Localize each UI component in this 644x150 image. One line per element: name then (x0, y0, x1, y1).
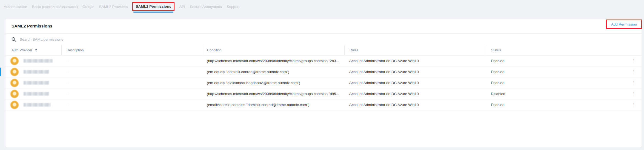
active-tab-underline (133, 12, 173, 13)
condition-cell: (em equals "dominik.conrad@frame.nutanix… (202, 66, 344, 77)
tab-support[interactable]: Support (227, 5, 239, 9)
sort-desc-icon (35, 51, 37, 52)
column-header-actions (626, 45, 642, 55)
auth-provider-name-redacted (24, 59, 53, 63)
auth-provider-icon (10, 90, 19, 98)
description-cell: -- (61, 99, 202, 110)
condition-cell: (http://schemas.microsoft.com/ws/2008/06… (202, 88, 344, 99)
row-actions-cell: ⋮ (626, 77, 642, 88)
roles-cell: Account Administrator on DC Azure Win10 (344, 66, 486, 77)
panel-header: SAML2 Permissions Add Permission (5, 19, 642, 34)
search-bar (5, 34, 642, 45)
column-header-condition[interactable]: Condition (202, 45, 344, 55)
kebab-menu-icon[interactable]: ⋮ (632, 59, 636, 63)
roles-cell: Account Administrator on DC Azure Win10 (344, 55, 486, 66)
table-row[interactable]: -- (em equals "dominik.conrad@frame.nuta… (5, 66, 642, 77)
column-header-status[interactable]: Status (486, 45, 626, 55)
condition-cell: (em equals "aleksandar.bogdanovi@frame.n… (202, 77, 344, 88)
page-title: SAML2 Permissions (12, 24, 52, 29)
tab-saml2-permissions[interactable]: SAML2 Permissions (132, 2, 174, 11)
tab-saml2-providers[interactable]: SAML2 Providers (99, 5, 128, 9)
kebab-menu-icon[interactable]: ⋮ (632, 70, 636, 74)
kebab-menu-icon[interactable]: ⋮ (632, 92, 636, 96)
kebab-menu-icon[interactable]: ⋮ (632, 103, 636, 107)
table-header-row: Auth Provider Description Condition Role… (5, 45, 642, 55)
tab-authentication[interactable]: Authentication (4, 5, 27, 9)
auth-provider-icon (10, 68, 19, 76)
auth-provider-icon (10, 57, 19, 65)
tab-basic-username-password[interactable]: Basic (username/password) (32, 5, 78, 9)
sort-asc-icon (35, 49, 37, 50)
status-cell: Enabled (486, 55, 626, 66)
annotation-box-add-permission: Add Permission (606, 20, 642, 29)
saml2-permissions-panel: SAML2 Permissions Add Permission Auth Pr… (5, 19, 642, 148)
roles-cell: Account Administrator on DC Azure Win10 (344, 88, 486, 99)
tab-label: SAML2 Permissions (136, 4, 171, 9)
status-cell: Enabled (486, 77, 626, 88)
search-input[interactable] (20, 37, 636, 41)
tab-google[interactable]: Google (82, 5, 95, 9)
description-cell: -- (61, 88, 202, 99)
column-header-description[interactable]: Description (61, 45, 202, 55)
kebab-menu-icon[interactable]: ⋮ (632, 81, 636, 85)
auth-provider-cell (5, 66, 61, 77)
row-actions-cell: ⋮ (626, 66, 642, 77)
description-cell: -- (61, 55, 202, 66)
table-row[interactable]: -- (http://schemas.microsoft.com/ws/2008… (5, 88, 642, 99)
condition-cell: (http://schemas.microsoft.com/ws/2008/06… (202, 55, 344, 66)
permissions-table: Auth Provider Description Condition Role… (5, 45, 642, 110)
description-cell: -- (61, 77, 202, 88)
column-header-auth-provider[interactable]: Auth Provider (5, 45, 61, 55)
status-cell: Disabled (486, 88, 626, 99)
status-cell: Enabled (486, 99, 626, 110)
auth-provider-cell (5, 55, 61, 66)
column-label: Auth Provider (12, 48, 32, 52)
auth-provider-cell (5, 99, 61, 110)
column-header-roles[interactable]: Roles (344, 45, 486, 55)
auth-provider-cell (5, 88, 61, 99)
auth-provider-icon (10, 79, 19, 87)
row-actions-cell: ⋮ (626, 99, 642, 110)
tab-api[interactable]: API (179, 5, 185, 9)
auth-provider-icon (10, 101, 19, 109)
condition-cell: (emailAddress contains "dominik.conrad@f… (202, 99, 344, 110)
add-permission-button[interactable]: Add Permission (611, 22, 637, 26)
search-icon (12, 37, 16, 42)
auth-provider-name-redacted (24, 92, 49, 96)
roles-cell: Account Administrator on DC Azure Win10 (344, 77, 486, 88)
tab-secure-anonymous[interactable]: Secure Anonymous (190, 5, 222, 9)
settings-tab-bar: Authentication Basic (username/password)… (0, 0, 644, 13)
table-row[interactable]: -- (http://schemas.microsoft.com/ws/2008… (5, 55, 642, 66)
auth-provider-cell (5, 77, 61, 88)
status-cell: Enabled (486, 66, 626, 77)
auth-provider-name-redacted (24, 70, 49, 74)
left-edge-active-indicator (0, 68, 1, 76)
row-actions-cell: ⋮ (626, 55, 642, 66)
auth-provider-name-redacted (24, 81, 49, 85)
table-row[interactable]: -- (em equals "aleksandar.bogdanovi@fram… (5, 77, 642, 88)
table-row[interactable]: -- (emailAddress contains "dominik.conra… (5, 99, 642, 110)
roles-cell: Account Administrator on DC Azure Win10 (344, 99, 486, 110)
description-cell: -- (61, 66, 202, 77)
row-actions-cell: ⋮ (626, 88, 642, 99)
auth-provider-name-redacted (24, 103, 51, 107)
sort-arrows-icon[interactable] (35, 49, 37, 52)
